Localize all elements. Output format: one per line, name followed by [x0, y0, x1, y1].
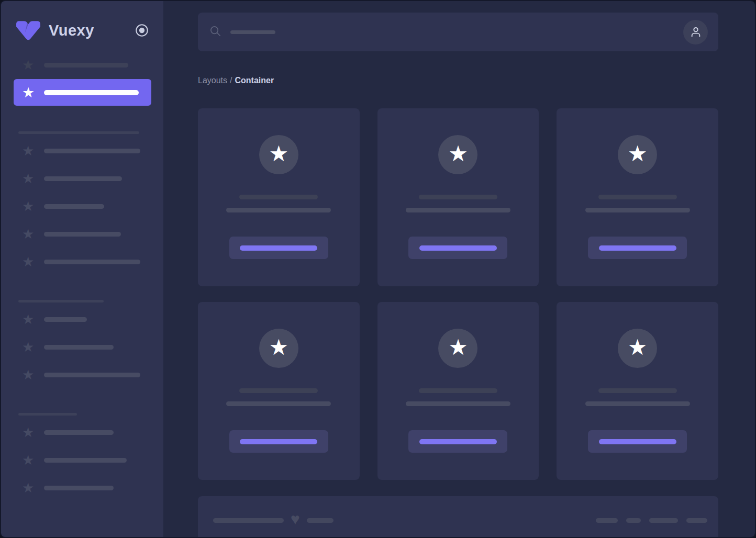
card-title-skeleton	[598, 195, 677, 199]
sidebar-item[interactable]: ★	[1, 368, 163, 381]
app-window: Vuexy ★ ★ ★ ★ ★ ★ ★ ★ ★	[0, 0, 756, 538]
sidebar-item[interactable]: ★	[1, 481, 163, 494]
star-icon: ★	[22, 481, 36, 494]
main-content: Layouts/Container ★ ★ ★ ★	[163, 1, 755, 537]
card-title-skeleton	[419, 195, 497, 199]
card-action-button[interactable]	[588, 237, 687, 259]
card-subtitle-skeleton	[406, 401, 510, 406]
sidebar-section-header-skeleton	[18, 300, 104, 302]
card-title-skeleton	[419, 388, 497, 393]
user-avatar-button[interactable]	[683, 20, 708, 44]
star-icon: ★	[22, 255, 36, 268]
star-icon: ★	[448, 337, 468, 358]
feature-card: ★	[377, 302, 539, 480]
sidebar-pin-toggle-icon[interactable]	[135, 23, 149, 38]
sidebar-item-label-skeleton	[44, 90, 139, 95]
sidebar-section-header-skeleton	[18, 131, 139, 134]
card-subtitle-skeleton	[226, 401, 331, 406]
feature-card: ★	[557, 108, 718, 286]
card-subtitle-skeleton	[585, 401, 690, 406]
heart-icon: ♥	[291, 511, 300, 527]
button-label-skeleton	[240, 439, 317, 444]
card-icon-circle: ★	[618, 135, 657, 174]
sidebar-nav: ★ ★ ★ ★ ★ ★ ★ ★ ★ ★ ★ ★ ★	[1, 59, 163, 494]
card-subtitle-skeleton	[585, 208, 690, 212]
sidebar-item-label-skeleton	[44, 232, 121, 237]
feature-card: ★	[198, 302, 360, 480]
button-label-skeleton	[240, 245, 317, 251]
sidebar-item[interactable]: ★	[1, 341, 163, 353]
user-icon	[689, 25, 703, 39]
sidebar-item[interactable]: ★	[1, 200, 163, 212]
sidebar-item-label-skeleton	[44, 345, 114, 350]
sidebar-item[interactable]: ★	[1, 313, 163, 326]
sidebar-item[interactable]: ★	[1, 255, 163, 268]
vuexy-logo-icon	[15, 19, 42, 41]
sidebar-item[interactable]: ★	[1, 59, 163, 71]
card-subtitle-skeleton	[226, 208, 331, 212]
breadcrumb-parent[interactable]: Layouts	[198, 76, 227, 85]
card-subtitle-skeleton	[406, 208, 510, 212]
card-icon-circle: ★	[438, 135, 477, 174]
card-grid: ★ ★ ★ ★ ★	[198, 108, 718, 480]
search-placeholder-skeleton	[230, 30, 275, 34]
star-icon: ★	[22, 172, 36, 185]
star-icon: ★	[22, 228, 36, 240]
sidebar-item-label-skeleton	[44, 63, 128, 68]
card-action-button[interactable]	[229, 237, 328, 259]
global-search[interactable]	[198, 13, 718, 51]
sidebar-item-label-skeleton	[44, 458, 127, 463]
star-icon: ★	[22, 59, 36, 71]
feature-card: ★	[377, 108, 539, 286]
card-icon-circle: ★	[618, 329, 657, 368]
star-icon: ★	[22, 86, 36, 99]
card-title-skeleton	[239, 195, 318, 199]
sidebar-item-label-skeleton	[44, 486, 114, 490]
button-label-skeleton	[419, 245, 497, 251]
card-action-button[interactable]	[588, 430, 687, 453]
sidebar-item-label-skeleton	[44, 204, 104, 209]
footer-link-skeleton[interactable]	[626, 518, 641, 523]
footer-text-skeleton	[213, 518, 284, 523]
footer-link-skeleton[interactable]	[686, 518, 707, 523]
sidebar-section-header-skeleton	[18, 413, 77, 416]
card-action-button[interactable]	[408, 237, 507, 259]
sidebar-item[interactable]: ★	[1, 228, 163, 240]
sidebar-item[interactable]: ★	[1, 144, 163, 157]
star-icon: ★	[22, 341, 36, 353]
breadcrumb: Layouts/Container	[198, 76, 718, 85]
breadcrumb-current: Container	[235, 76, 274, 85]
footer-card: ♥	[198, 496, 718, 538]
card-action-button[interactable]	[408, 430, 507, 453]
sidebar-item[interactable]: ★	[1, 426, 163, 439]
card-action-button[interactable]	[229, 430, 328, 453]
sidebar: Vuexy ★ ★ ★ ★ ★ ★ ★ ★ ★	[1, 1, 163, 537]
button-label-skeleton	[419, 439, 497, 444]
footer-row: ♥	[198, 496, 718, 528]
card-title-skeleton	[239, 388, 318, 393]
sidebar-item-label-skeleton	[44, 373, 140, 377]
star-icon: ★	[22, 144, 36, 157]
sidebar-item[interactable]: ★	[1, 172, 163, 185]
button-label-skeleton	[599, 245, 676, 251]
card-icon-circle: ★	[259, 329, 298, 368]
feature-card: ★	[557, 302, 718, 480]
card-icon-circle: ★	[259, 135, 298, 174]
card-title-skeleton	[598, 388, 677, 393]
sidebar-item-active[interactable]: ★	[14, 79, 151, 106]
breadcrumb-separator: /	[230, 76, 232, 85]
star-icon: ★	[269, 143, 289, 165]
search-icon	[209, 25, 221, 39]
sidebar-item-label-skeleton	[44, 430, 114, 435]
star-icon: ★	[22, 368, 36, 381]
star-icon: ★	[269, 337, 289, 358]
footer-text-skeleton	[307, 518, 333, 523]
star-icon: ★	[22, 426, 36, 439]
footer-link-skeleton[interactable]	[649, 518, 678, 523]
sidebar-item-label-skeleton	[44, 176, 122, 181]
logo-row[interactable]: Vuexy	[1, 16, 163, 45]
footer-link-skeleton[interactable]	[596, 518, 618, 523]
star-icon: ★	[22, 313, 36, 326]
sidebar-item[interactable]: ★	[1, 454, 163, 466]
star-icon: ★	[22, 200, 36, 212]
